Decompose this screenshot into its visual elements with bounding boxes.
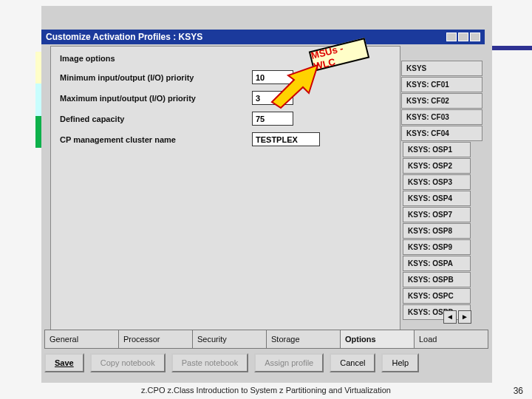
section-heading: Image options	[60, 54, 391, 63]
side-tab-osp1[interactable]: KSYS: OSP1	[403, 142, 471, 157]
side-tab-osp2[interactable]: KSYS: OSP2	[403, 158, 471, 174]
side-tab-osp7[interactable]: KSYS: OSP7	[403, 207, 471, 222]
help-button[interactable]: Help	[381, 353, 419, 372]
row-defined-capacity: Defined capacity	[60, 112, 391, 126]
decorative-left-strip	[35, 52, 41, 148]
side-tab-osp8[interactable]: KSYS: OSP8	[403, 223, 471, 239]
tab-processor[interactable]: Processor	[118, 330, 193, 349]
paste-notebook-button[interactable]: Paste notebook	[171, 353, 248, 372]
max-io-input[interactable]	[252, 91, 293, 105]
defined-capacity-input[interactable]	[252, 112, 293, 126]
copy-notebook-button[interactable]: Copy notebook	[90, 353, 166, 372]
minimize-icon[interactable]	[446, 33, 457, 41]
assign-profile-button[interactable]: Assign profile	[254, 353, 324, 372]
close-icon[interactable]	[470, 33, 480, 41]
tab-storage[interactable]: Storage	[266, 330, 341, 349]
window-controls	[446, 33, 480, 41]
window-titlebar: Customize Activation Profiles : KSYS	[41, 30, 485, 44]
side-tab-cf01[interactable]: KSYS: CF01	[401, 77, 482, 92]
defined-capacity-label: Defined capacity	[60, 115, 252, 123]
save-button[interactable]: Save	[44, 353, 84, 372]
tab-general[interactable]: General	[44, 330, 119, 349]
bottom-buttons: Save Copy notebook Paste notebook Assign…	[44, 353, 488, 372]
side-tab-cf02[interactable]: KSYS: CF02	[401, 93, 482, 109]
window-title: Customize Activation Profiles : KSYS	[46, 32, 202, 42]
side-tab-ospa[interactable]: KSYS: OSPA	[403, 256, 471, 271]
tab-security[interactable]: Security	[192, 330, 267, 349]
side-tab-cf03[interactable]: KSYS: CF03	[401, 109, 482, 125]
bottom-tabs: General Processor Security Storage Optio…	[44, 330, 488, 349]
row-min-io: Minimum input/output (I/O) priority	[60, 70, 391, 84]
max-io-label: Maximum input/output (I/O) priority	[60, 94, 252, 103]
row-max-io: Maximum input/output (I/O) priority	[60, 91, 391, 105]
side-tab-scroll: ◄ ►	[443, 310, 473, 324]
page-number: 36	[514, 386, 523, 396]
side-tab-ospc[interactable]: KSYS: OSPC	[403, 288, 471, 304]
maximize-icon[interactable]	[458, 33, 468, 41]
min-io-input[interactable]	[252, 70, 293, 84]
tab-load[interactable]: Load	[414, 330, 488, 349]
profile-side-tabs: KSYS KSYS: CF01 KSYS: CF02 KSYS: CF03 KS…	[401, 61, 482, 320]
min-io-label: Minimum input/output (I/O) priority	[60, 73, 252, 82]
side-tab-ospb[interactable]: KSYS: OSPB	[403, 272, 471, 287]
image-options-panel: Image options Minimum input/output (I/O)…	[50, 46, 400, 345]
scroll-right-button[interactable]: ►	[458, 310, 471, 324]
tab-options[interactable]: Options	[340, 330, 415, 349]
side-tab-ksys[interactable]: KSYS	[401, 61, 482, 76]
side-tab-osp4[interactable]: KSYS: OSP4	[403, 191, 471, 206]
cluster-name-label: CP management cluster name	[60, 135, 252, 144]
side-tab-osp9[interactable]: KSYS: OSP9	[403, 239, 471, 255]
row-cluster-name: CP management cluster name	[60, 132, 391, 146]
cancel-button[interactable]: Cancel	[330, 353, 375, 372]
scroll-left-button[interactable]: ◄	[443, 310, 457, 324]
side-tab-cf04[interactable]: KSYS: CF04	[401, 126, 482, 141]
side-tab-osp3[interactable]: KSYS: OSP3	[403, 174, 471, 190]
footer-text: z.CPO z.Class Introduction to System z P…	[0, 386, 532, 395]
cluster-name-input[interactable]	[252, 132, 320, 146]
decorative-right-strip	[492, 46, 532, 50]
